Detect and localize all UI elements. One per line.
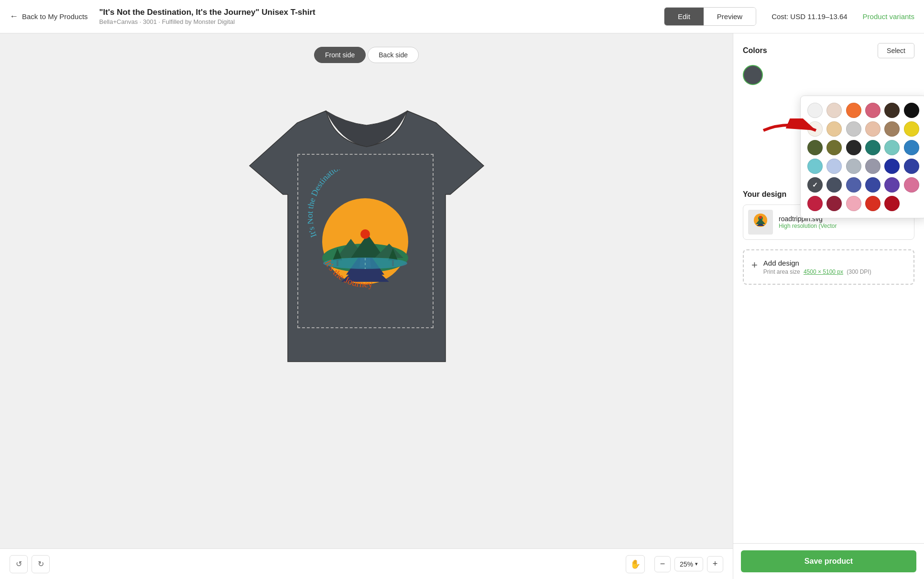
- color-swatch-4-1[interactable]: [865, 159, 881, 174]
- selected-color-row: [743, 65, 914, 85]
- side-toggle: Front side Back side: [314, 47, 419, 63]
- colors-section: Colors Select: [743, 43, 914, 85]
- product-variants-link[interactable]: Product variants: [863, 12, 914, 21]
- zoom-percent: 25%: [680, 560, 693, 568]
- color-swatch-2-0[interactable]: [884, 121, 900, 137]
- color-swatch-6-3[interactable]: [865, 196, 881, 211]
- add-design-title: Add design: [763, 259, 871, 267]
- color-swatch-3-1[interactable]: [884, 140, 900, 155]
- tshirt-container: It's Not the Destination,: [223, 73, 510, 397]
- design-resolution: High resolution (Vector: [779, 223, 909, 229]
- add-design-text: Add design Print area size 4500 × 5100 p…: [763, 259, 871, 275]
- color-swatch-5-2[interactable]: [865, 177, 881, 193]
- product-info: "It's Not the Destination, It's the Jour…: [99, 8, 664, 25]
- color-swatch-4-3[interactable]: [904, 159, 919, 174]
- undo-redo-group: ↺ ↻: [10, 555, 50, 573]
- svg-point-19: [759, 216, 762, 219]
- canvas-area: Front side Back side It's Not: [0, 33, 733, 579]
- add-design-section[interactable]: + Add design Print area size 4500 × 5100…: [743, 249, 914, 285]
- arrow-indicator: [761, 118, 809, 144]
- color-swatch-6-0[interactable]: [807, 196, 823, 211]
- zoom-controls: ✋ − 25% ▾ +: [626, 555, 723, 573]
- back-side-button[interactable]: Back side: [368, 47, 419, 63]
- header: ← Back to My Products "It's Not the Dest…: [0, 0, 924, 33]
- zoom-value-display[interactable]: 25% ▾: [674, 557, 703, 571]
- color-grid: [807, 103, 920, 211]
- product-title: "It's Not the Destination, It's the Jour…: [99, 8, 664, 17]
- color-swatch-0-3[interactable]: [865, 103, 881, 118]
- color-swatch-5-0[interactable]: [826, 177, 842, 193]
- color-swatch-5-4[interactable]: [904, 177, 919, 193]
- redo-button[interactable]: ↻: [32, 555, 50, 573]
- right-panel: Colors Select: [733, 33, 924, 579]
- color-swatch-1-3[interactable]: [846, 121, 861, 137]
- color-swatch-3-2[interactable]: [904, 140, 919, 155]
- back-arrow-icon: ←: [10, 11, 18, 21]
- color-swatch-3-3[interactable]: [807, 159, 823, 174]
- color-swatch-0-4[interactable]: [884, 103, 900, 118]
- save-area: Save product: [733, 543, 924, 579]
- back-button[interactable]: ← Back to My Products: [10, 11, 88, 21]
- back-label: Back to My Products: [22, 12, 88, 21]
- color-swatch-0-1[interactable]: [826, 103, 842, 118]
- preview-button[interactable]: Preview: [704, 8, 756, 25]
- color-swatch-1-0[interactable]: [904, 103, 919, 118]
- design-thumbnail: [748, 210, 773, 235]
- print-area-dpi: (300 DPI): [847, 268, 871, 275]
- color-swatch-0-2[interactable]: [846, 103, 861, 118]
- zoom-in-button[interactable]: +: [707, 556, 723, 572]
- panel-content: Colors Select: [733, 33, 924, 579]
- save-product-button[interactable]: Save product: [741, 550, 916, 572]
- color-swatch-6-2[interactable]: [846, 196, 861, 211]
- print-area-label: Print area size: [763, 268, 800, 275]
- color-swatch-5-3[interactable]: [884, 177, 900, 193]
- color-picker-popup: [800, 96, 924, 218]
- color-swatch-4-2[interactable]: [884, 159, 900, 174]
- cost-label: Cost: USD 11.19–13.64: [772, 12, 847, 21]
- color-swatch-6-4[interactable]: [884, 196, 900, 211]
- bottom-toolbar: ↺ ↻ ✋ − 25% ▾ +: [0, 548, 733, 579]
- color-swatch-2-3[interactable]: [826, 140, 842, 155]
- color-swatch-2-4[interactable]: [846, 140, 861, 155]
- add-design-plus-icon: +: [751, 260, 758, 270]
- zoom-out-button[interactable]: −: [654, 556, 671, 572]
- color-swatch-1-4[interactable]: [865, 121, 881, 137]
- tshirt-svg: [230, 80, 503, 390]
- edit-button[interactable]: Edit: [664, 8, 704, 25]
- color-swatch-4-4[interactable]: [807, 177, 823, 193]
- select-button[interactable]: Select: [878, 43, 914, 58]
- edit-preview-toggle: Edit Preview: [664, 7, 756, 26]
- color-swatch-0-0[interactable]: [807, 103, 823, 118]
- color-swatch-4-0[interactable]: [846, 159, 861, 174]
- product-subtitle: Bella+Canvas · 3001 · Fulfilled by Monst…: [99, 18, 664, 25]
- color-swatch-5-1[interactable]: [846, 177, 861, 193]
- hand-tool-button[interactable]: ✋: [626, 555, 645, 573]
- color-swatch-3-0[interactable]: [865, 140, 881, 155]
- color-swatch-3-4[interactable]: [826, 159, 842, 174]
- colors-header: Colors Select: [743, 43, 914, 58]
- color-swatch-2-1[interactable]: [904, 121, 919, 137]
- zoom-chevron-icon: ▾: [695, 561, 698, 567]
- color-swatch-6-1[interactable]: [826, 196, 842, 211]
- colors-label: Colors: [743, 46, 767, 55]
- selected-color-swatch[interactable]: [743, 65, 763, 85]
- undo-button[interactable]: ↺: [10, 555, 28, 573]
- color-swatch-1-2[interactable]: [826, 121, 842, 137]
- print-area-link[interactable]: 4500 × 5100 px: [804, 268, 843, 275]
- front-side-button[interactable]: Front side: [314, 47, 366, 63]
- add-design-subtitle: Print area size 4500 × 5100 px (300 DPI): [763, 268, 871, 275]
- main-layout: Front side Back side It's Not: [0, 33, 924, 579]
